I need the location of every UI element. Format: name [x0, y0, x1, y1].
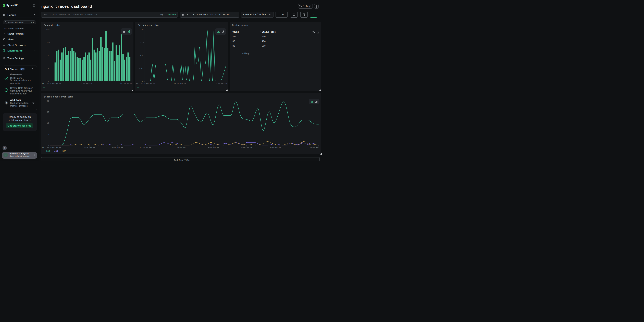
svg-text:12:30:00 AM: 12:30:00 AM [173, 147, 186, 149]
svg-text:0: 0 [142, 80, 143, 82]
svg-text:4:30:00 PM: 4:30:00 PM [84, 147, 95, 149]
svg-text:1.5: 1.5 [140, 54, 143, 56]
svg-text:18: 18 [46, 54, 49, 56]
svg-text:27: 27 [46, 42, 49, 44]
svg-text:12:30:00 PM: 12:30:00 PM [214, 82, 227, 84]
svg-text:404: 404 [54, 150, 58, 152]
svg-text:11:30:00 PM: 11:30:00 PM [80, 82, 92, 84]
svg-text:8:30:00 AM: 8:30:00 AM [270, 147, 281, 149]
svg-text:8: 8 [48, 133, 49, 135]
svg-text:3: 3 [142, 29, 143, 31]
svg-text:Oct 26 1:00:00 PM: Oct 26 1:00:00 PM [42, 147, 61, 149]
svg-text:16: 16 [47, 122, 49, 124]
svg-text:200: 200 [46, 150, 50, 152]
svg-text:0: 0 [48, 80, 49, 82]
svg-text:9:30:00 PM: 9:30:00 PM [140, 147, 151, 149]
svg-text:2.3: 2.3 [140, 42, 143, 44]
svg-text:36: 36 [46, 29, 49, 31]
svg-text:500: 500 [62, 150, 66, 152]
svg-text:Oct 26 1:00:00 PM: Oct 26 1:00:00 PM [136, 82, 155, 84]
svg-text:12:30:00 PM: 12:30:00 PM [120, 82, 132, 84]
svg-text:3:30:00 AM: 3:30:00 AM [208, 147, 219, 149]
svg-text:7:00:00 PM: 7:00:00 PM [112, 147, 123, 149]
svg-text:12:30:00 PM: 12:30:00 PM [306, 147, 318, 149]
svg-text:32: 32 [47, 100, 49, 102]
svg-text:Oct 26 1:00:00 PM: Oct 26 1:00:00 PM [42, 82, 61, 84]
svg-text:0: 0 [48, 144, 49, 146]
svg-text:9: 9 [48, 67, 49, 69]
svg-text:11:30:00 PM: 11:30:00 PM [174, 82, 186, 84]
svg-text:24: 24 [47, 111, 49, 113]
svg-text:0.75: 0.75 [139, 67, 143, 69]
svg-text:6:00:00 AM: 6:00:00 AM [241, 147, 252, 149]
